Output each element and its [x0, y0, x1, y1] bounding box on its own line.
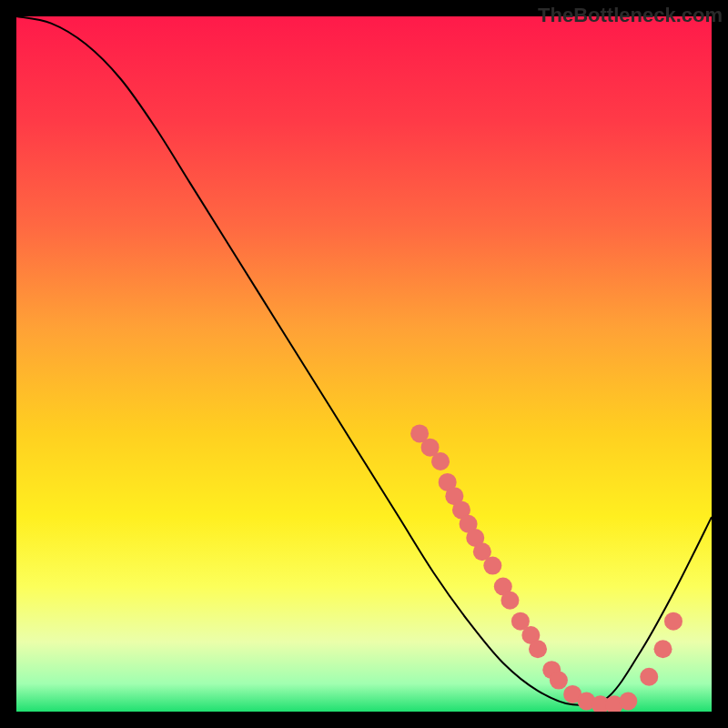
scatter-points	[410, 424, 682, 712]
data-point	[529, 640, 547, 658]
data-point	[550, 672, 568, 690]
data-point	[500, 592, 519, 610]
plot-area	[16, 16, 712, 712]
data-point	[654, 640, 672, 658]
curve-path	[16, 16, 712, 705]
data-point	[431, 452, 450, 470]
data-point	[619, 693, 637, 711]
watermark-text: TheBottleneck.com	[538, 4, 723, 27]
data-point	[640, 668, 658, 686]
curve-layer	[16, 16, 712, 712]
data-point	[664, 612, 682, 631]
data-point	[483, 557, 501, 575]
